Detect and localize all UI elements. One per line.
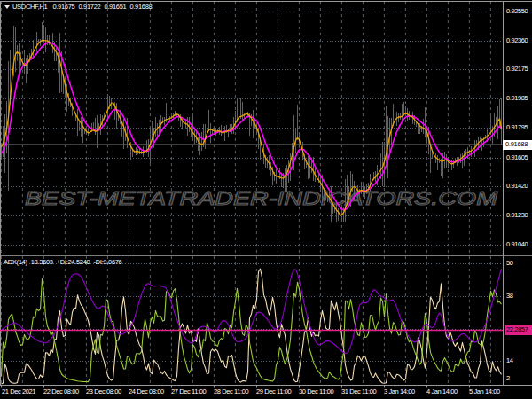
close-value: 0.91688 bbox=[129, 3, 152, 11]
indicator-name: ADX(14) bbox=[4, 258, 27, 266]
mt4-chart-window: BEST-METATRADER-INDICATORS.COM USDCHF,H1… bbox=[0, 0, 532, 399]
price-axis-label: 0.92360 bbox=[506, 36, 528, 45]
price-axis-label: 0.92550 bbox=[506, 7, 528, 16]
main-chart-canvas[interactable]: BEST-METATRADER-INDICATORS.COM bbox=[0, 0, 532, 399]
time-axis-label: 27 Dec 11:00 bbox=[171, 387, 206, 396]
indicator-value: 18.3603 bbox=[31, 258, 53, 266]
price-axis-label: 0.91230 bbox=[506, 211, 528, 220]
open-value: 0.91675 bbox=[52, 3, 74, 11]
time-axis-label: 21 Dec 2021 bbox=[2, 387, 35, 396]
price-axis-label: 0.91420 bbox=[506, 182, 528, 191]
time-axis-label: 28 Dec 11:00 bbox=[214, 387, 248, 396]
time-axis-label: 29 Dec 11:00 bbox=[256, 387, 291, 396]
time-axis-label: 5 Jan 14:00 bbox=[469, 387, 500, 396]
watermark-text: BEST-METATRADER-INDICATORS.COM bbox=[25, 187, 498, 209]
indicator-axis-label: 38 bbox=[506, 292, 513, 301]
time-axis-label: 30 Dec 11:00 bbox=[299, 387, 333, 396]
price-axis-label: 0.91795 bbox=[506, 123, 528, 132]
time-axis-label: 24 Dec 08:00 bbox=[129, 387, 164, 396]
high-value: 0.91722 bbox=[78, 3, 100, 11]
current-price-marker: 0.91688 bbox=[503, 140, 532, 150]
indicator-plus-di: +DI:24.5240 bbox=[57, 258, 90, 266]
indicator-axis-label: 14 bbox=[506, 356, 513, 365]
time-axis-label: 23 Dec 08:00 bbox=[86, 387, 121, 396]
symbol-period-label: USDCHF,H1 bbox=[12, 3, 47, 11]
collapse-icon[interactable] bbox=[4, 5, 10, 9]
adx-level-label: 22.2857 bbox=[505, 325, 532, 335]
price-axis-label: 0.92175 bbox=[506, 65, 528, 74]
chart-title: USDCHF,H10.916750.917220.916510.91688 bbox=[4, 3, 152, 12]
indicator-axis-label: 2 bbox=[506, 374, 510, 383]
time-axis-label: 31 Dec 11:00 bbox=[341, 387, 376, 396]
low-value: 0.91651 bbox=[104, 3, 126, 11]
time-axis-label: 4 Jan 14:00 bbox=[426, 387, 458, 396]
price-axis-label: 0.91605 bbox=[506, 153, 528, 162]
price-axis-label: 0.91040 bbox=[506, 240, 528, 249]
indicator-title: ADX(14)18.3603+DI:24.5240-DI:9.0676 bbox=[4, 258, 122, 267]
price-axis-label: 0.91985 bbox=[506, 94, 528, 103]
time-axis-label: 22 Dec 08:00 bbox=[43, 387, 79, 396]
indicator-axis-label: 50 bbox=[506, 259, 513, 268]
indicator-minus-di: -DI:9.0676 bbox=[93, 258, 121, 266]
time-axis-label: 3 Jan 14:00 bbox=[384, 387, 415, 396]
